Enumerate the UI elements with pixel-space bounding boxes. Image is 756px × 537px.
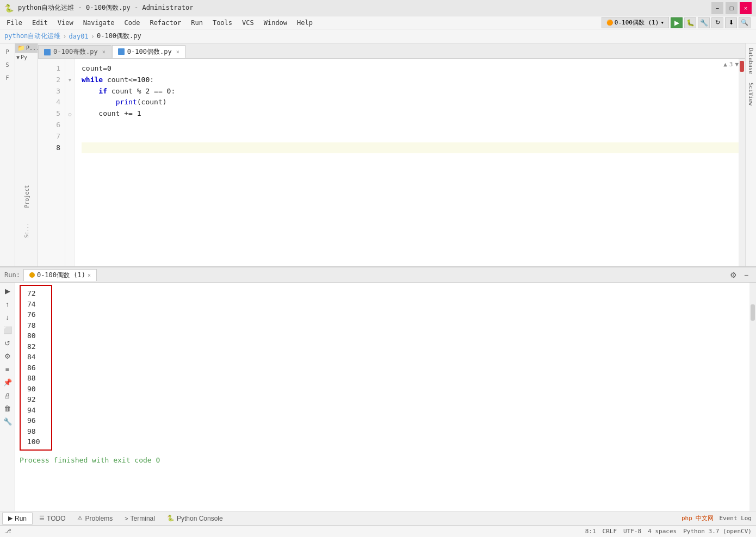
todo-icon: ☰: [39, 515, 45, 522]
tab-even-file[interactable]: 0-100偶数.py ×: [112, 45, 185, 58]
code-content[interactable]: count=0 while count<=100: if count % 2 =…: [75, 59, 739, 266]
right-sidebar-database[interactable]: Database: [748, 48, 754, 74]
code-line-5: count += 1: [82, 108, 739, 120]
python-console-label: Python Console: [177, 515, 223, 522]
annotation-up[interactable]: ▲: [723, 61, 727, 68]
output-84: 84: [27, 352, 45, 363]
run-button[interactable]: ▶: [671, 17, 683, 28]
menu-view[interactable]: View: [53, 18, 78, 28]
sidebar-favorites-icon[interactable]: F: [2, 72, 14, 84]
menu-edit[interactable]: Edit: [28, 18, 52, 28]
run-wrench-btn[interactable]: 🔧: [2, 415, 14, 427]
output-74: 74: [27, 299, 45, 310]
sidebar-project-icon[interactable]: P: [2, 46, 14, 58]
menu-refactor[interactable]: Refactor: [145, 18, 185, 28]
line-numbers: 1 2 3 4 5 6 7 8: [38, 59, 65, 266]
run-tab[interactable]: 0-100偶数 (1) ×: [23, 269, 97, 281]
nav-sep1: ›: [63, 33, 66, 40]
nav-day01[interactable]: day01: [69, 33, 89, 40]
minimize-button[interactable]: −: [711, 2, 723, 14]
run-scroll-up-button[interactable]: ↑: [2, 298, 14, 310]
line-num-4: 4: [38, 97, 65, 108]
nav-project[interactable]: python自动化运维: [4, 32, 60, 41]
run-scroll-down-button[interactable]: ↓: [2, 311, 14, 323]
event-log[interactable]: Event Log: [719, 515, 752, 522]
run-stop-button[interactable]: ⬜: [2, 324, 14, 336]
close-button[interactable]: ×: [740, 2, 752, 14]
run-settings-btn[interactable]: ⚙: [2, 350, 14, 362]
sidebar-structure-icon[interactable]: S: [2, 59, 14, 71]
code-line-4: print(count): [82, 97, 739, 108]
nav-bar: python自动化运维 › day01 › 0-100偶数.py: [0, 29, 756, 43]
right-sidebar-sciview[interactable]: SciView: [748, 83, 754, 105]
output-78: 78: [27, 320, 45, 331]
structure-vertical-label: Sc...: [24, 223, 29, 238]
tab-run[interactable]: ▶ Run: [2, 513, 33, 524]
tab-odd-file[interactable]: 0-100奇数.py ×: [38, 45, 111, 58]
output-scrollbar[interactable]: [749, 283, 756, 511]
annotation-down[interactable]: ▼: [735, 61, 739, 68]
project-tree: ▼ Py: [15, 53, 38, 62]
run-restart-button[interactable]: ▶: [2, 285, 14, 297]
menu-help[interactable]: Help: [293, 18, 317, 28]
code-editor[interactable]: ▲ 3 ▼ 1 2 3 4 5 6 7 8 ▼: [38, 59, 745, 266]
menu-navigate[interactable]: Navigate: [79, 18, 119, 28]
search-everywhere-button[interactable]: 🔍: [739, 17, 751, 28]
gutter-4: [65, 97, 75, 108]
status-right: 8:1 CRLF UTF-8 4 spaces Python 3.7 (open…: [585, 528, 752, 535]
php-label[interactable]: php 中文网: [681, 514, 714, 522]
line-num-2: 2: [38, 74, 65, 86]
run-rerun-button[interactable]: ↺: [2, 337, 14, 349]
tab-odd-close[interactable]: ×: [102, 49, 106, 55]
run-pin-btn[interactable]: 📌: [2, 376, 14, 388]
run-tab-close[interactable]: ×: [88, 272, 91, 278]
run-config-icon: 🟠: [606, 20, 613, 26]
run-coverage-button[interactable]: 🔧: [698, 17, 710, 28]
gutter-6: [65, 120, 75, 131]
cursor-position[interactable]: 8:1: [585, 528, 596, 535]
line-ending[interactable]: CRLF: [603, 528, 617, 535]
run-clear-btn[interactable]: 🗑: [2, 402, 14, 414]
tab-even-close[interactable]: ×: [176, 49, 179, 55]
line-num-1: 1: [38, 63, 65, 74]
run-print-btn[interactable]: 🖨: [2, 389, 14, 401]
gutter-fold-2[interactable]: ▼: [65, 74, 75, 86]
run-panel-minimize[interactable]: −: [741, 270, 752, 280]
run-panel-controls: ⚙ −: [728, 270, 752, 280]
run-config-selector[interactable]: 🟠 0-100偶数 (1) ▾: [602, 17, 669, 28]
output-numbers-box: 72 74 76 78 80 82 84 86 88 90 92 94 96 9…: [20, 285, 52, 451]
encoding[interactable]: UTF-8: [623, 528, 641, 535]
vcs-button[interactable]: ⬇: [725, 17, 737, 28]
code-var-count: count: [82, 63, 103, 74]
menu-window[interactable]: Window: [259, 18, 292, 28]
tab-todo[interactable]: ☰ TODO: [34, 513, 71, 524]
line-num-6: 6: [38, 120, 65, 131]
language[interactable]: Python 3.7 (openCV): [683, 528, 752, 535]
editor-scrollbar[interactable]: [739, 59, 745, 266]
run-panel-header: Run: 0-100偶数 (1) × ⚙ −: [0, 267, 756, 283]
menu-code[interactable]: Code: [120, 18, 145, 28]
run-config-label: 0-100偶数 (1): [615, 18, 659, 27]
project-tab-header[interactable]: 📁 P...: [15, 43, 38, 53]
project-panel: 📁 P... ▼ Py Project Sc...: [15, 43, 38, 266]
menu-file[interactable]: File: [2, 18, 27, 28]
run-panel-settings[interactable]: ⚙: [728, 270, 739, 280]
menu-tools[interactable]: Tools: [208, 18, 237, 28]
tab-problems[interactable]: ⚠ Problems: [72, 513, 118, 524]
bottom-tabs: ▶ Run ☰ TODO ⚠ Problems > Terminal 🐍 Pyt…: [0, 511, 756, 525]
tab-python-console[interactable]: 🐍 Python Console: [162, 513, 228, 524]
sync-button[interactable]: ↻: [711, 17, 723, 28]
menu-vcs[interactable]: VCS: [238, 18, 258, 28]
tab-terminal[interactable]: > Terminal: [119, 513, 160, 524]
code-line-8: [82, 142, 739, 154]
project-tree-root[interactable]: ▼ Py: [16, 54, 36, 61]
menu-run[interactable]: Run: [187, 18, 207, 28]
maximize-button[interactable]: □: [726, 2, 738, 14]
debug-button[interactable]: 🐛: [684, 17, 696, 28]
run-label: Run:: [4, 271, 20, 279]
run-filter-btn[interactable]: ≡: [2, 363, 14, 375]
line-num-7: 7: [38, 131, 65, 142]
menu-bar: File Edit View Navigate Code Refactor Ru…: [0, 16, 756, 29]
indent[interactable]: 4 spaces: [648, 528, 677, 535]
output-76: 76: [27, 309, 45, 320]
